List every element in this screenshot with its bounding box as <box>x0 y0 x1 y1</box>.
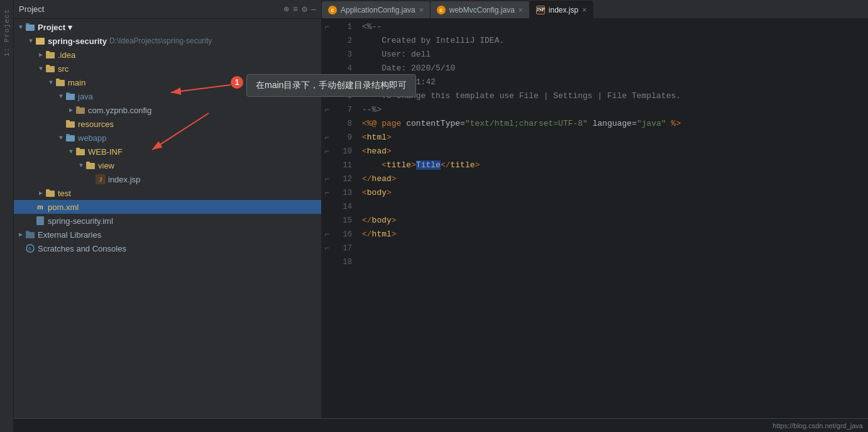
chevron-view <box>77 161 85 170</box>
sidebar-header: Project ⊕ ≡ ⚙ — <box>14 0 321 19</box>
tab-index-jsp-label: index.jsp <box>549 6 578 14</box>
src-folder-icon <box>45 64 55 74</box>
chevron-test <box>36 189 45 197</box>
svg-rect-25 <box>26 232 35 238</box>
main-folder-icon <box>55 77 65 87</box>
no-chevron-scratches <box>16 244 25 253</box>
no-chevron-jsp <box>87 175 96 184</box>
svg-rect-23 <box>46 189 50 191</box>
svg-rect-13 <box>76 106 80 108</box>
tab-close-app-config[interactable]: × <box>419 6 424 14</box>
jsp-file-icon: J <box>96 174 106 184</box>
annotation-tooltip: 在main目录下，手动创建目录结构即可 <box>246 74 416 97</box>
svg-rect-0 <box>26 25 35 31</box>
tab-index-jsp[interactable]: JSP index.jsp × <box>530 1 593 18</box>
tab-webmvc-label: webMvcConfig.java <box>449 6 515 14</box>
tab-close-webmvc[interactable]: × <box>519 6 523 14</box>
scroll-from-source-icon[interactable]: ≡ <box>293 4 298 14</box>
view-label: view <box>98 161 114 170</box>
svg-rect-18 <box>76 149 85 155</box>
editor-area: c ApplicationConfig.java × c webMvcConfi… <box>322 0 868 418</box>
settings-icon[interactable]: ⚙ <box>302 4 307 14</box>
tree-item-webapp[interactable]: webapp <box>14 131 321 145</box>
svg-rect-1 <box>26 23 30 25</box>
tree-item-iml[interactable]: spring-security.iml <box>14 214 321 228</box>
spring-security-path: D:\IdeaProjects\spring-security <box>109 36 212 45</box>
svg-rect-21 <box>86 162 90 163</box>
sidebar-icons: ⊕ ≡ ⚙ — <box>283 4 316 14</box>
java-label: java <box>78 92 93 101</box>
tooltip-text: 在main目录下，手动创建目录结构即可 <box>256 80 407 90</box>
module-icon <box>35 36 45 46</box>
status-bar: https://blog.csdn.net/grd_java <box>14 418 868 432</box>
tree-item-spring-security[interactable]: spring-security D:\IdeaProjects\spring-s… <box>14 34 321 48</box>
chevron-package <box>67 106 75 114</box>
svg-rect-8 <box>56 80 65 86</box>
svg-rect-7 <box>46 65 50 67</box>
code-content: <%-- Created by IntelliJ IDEA. User: del… <box>357 19 868 418</box>
minimize-icon[interactable]: — <box>311 4 316 14</box>
left-strip: 1: Project <box>0 0 14 432</box>
resources-folder-icon <box>65 119 75 129</box>
tab-app-config[interactable]: c ApplicationConfig.java × <box>322 1 431 18</box>
svg-rect-12 <box>76 108 85 114</box>
tree-item-package[interactable]: com.yzpnb.config <box>14 103 321 117</box>
tab-app-config-label: ApplicationConfig.java <box>341 6 415 14</box>
chevron-idea <box>36 50 45 59</box>
tree-item-src[interactable]: src <box>14 62 321 75</box>
svg-rect-5 <box>46 51 50 53</box>
tree-item-scratches[interactable]: S Scratches and Consoles <box>14 241 321 255</box>
tree-item-index-jsp[interactable]: J index.jsp <box>14 172 321 186</box>
svg-rect-4 <box>46 52 55 58</box>
tree-item-resources[interactable]: resources <box>14 117 321 131</box>
resources-label: resources <box>78 119 114 129</box>
tree-item-pom-xml[interactable]: m pom.xml <box>14 200 321 214</box>
svg-rect-26 <box>26 231 30 233</box>
chevron-spring-security <box>26 36 35 45</box>
annotation-badge: 1 <box>231 76 243 89</box>
svg-rect-24 <box>36 216 44 225</box>
iml-file-icon <box>35 216 45 226</box>
left-strip-label: 1: Project <box>3 9 11 57</box>
webapp-label: webapp <box>78 133 107 143</box>
no-chevron-iml <box>26 216 35 225</box>
view-folder-icon <box>85 160 96 170</box>
tab-jsp-icon: JSP <box>536 6 545 14</box>
svg-rect-19 <box>76 148 80 150</box>
spring-security-label: spring-security <box>48 36 107 46</box>
chevron-resources <box>57 119 65 128</box>
tree-item-view[interactable]: view <box>14 158 321 172</box>
tree-item-ext-libraries[interactable]: External Libraries <box>14 228 321 241</box>
svg-rect-17 <box>66 134 70 136</box>
svg-rect-6 <box>46 66 55 72</box>
svg-rect-9 <box>56 79 60 80</box>
project-icon <box>25 22 35 32</box>
ext-libraries-label: External Libraries <box>38 230 101 240</box>
svg-rect-15 <box>66 120 70 122</box>
tree-item-project[interactable]: Project ▾ <box>14 20 321 34</box>
tree-item-test[interactable]: test <box>14 186 321 200</box>
tab-webmvc-config[interactable]: c webMvcConfig.java × <box>431 1 530 18</box>
ext-lib-icon <box>25 230 35 240</box>
svg-rect-22 <box>46 191 55 197</box>
tree-item-web-inf[interactable]: WEB-INF <box>14 145 321 158</box>
add-content-icon[interactable]: ⊕ <box>283 4 288 14</box>
tab-java-icon-1: c <box>328 6 337 14</box>
chevron-src <box>36 64 45 73</box>
pom-file-icon: m <box>35 202 45 212</box>
tab-close-jsp[interactable]: × <box>582 6 586 14</box>
src-label: src <box>58 64 69 74</box>
index-jsp-label: index.jsp <box>108 175 140 184</box>
chevron-project <box>16 23 25 31</box>
package-label: com.yzpnb.config <box>88 106 151 115</box>
svg-rect-20 <box>86 163 95 169</box>
main-container: Project ⊕ ≡ ⚙ — Project ▾ <box>14 0 868 432</box>
svg-rect-10 <box>66 94 75 100</box>
svg-rect-3 <box>36 38 40 40</box>
chevron-webapp <box>57 133 65 142</box>
svg-rect-14 <box>66 121 75 128</box>
tab-bar: c ApplicationConfig.java × c webMvcConfi… <box>322 0 868 19</box>
scratches-icon: S <box>25 243 35 253</box>
tree-item-idea[interactable]: .idea <box>14 48 321 62</box>
chevron-web-inf <box>67 147 75 156</box>
